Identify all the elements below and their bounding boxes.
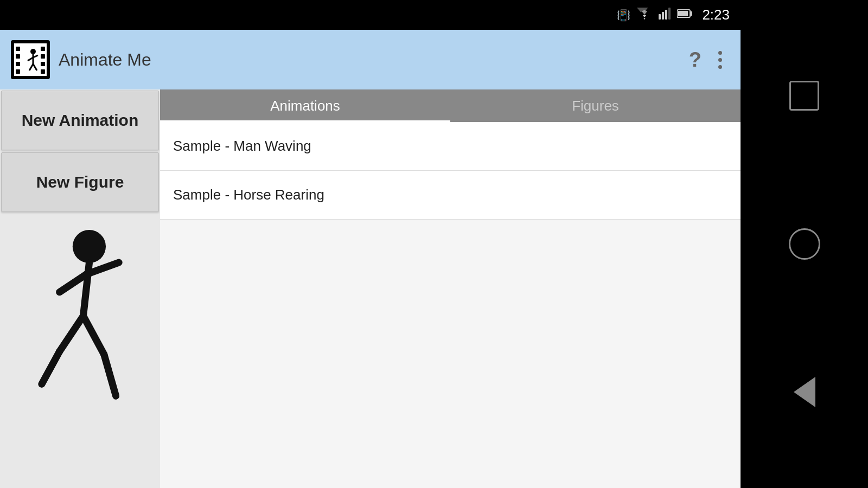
svg-rect-2	[665, 10, 667, 20]
battery-icon	[677, 9, 692, 21]
svg-rect-5	[690, 11, 692, 16]
back-nav-button[interactable]	[786, 373, 824, 411]
svg-rect-10	[16, 62, 20, 66]
signal-icon	[659, 8, 671, 22]
svg-line-29	[104, 355, 116, 396]
svg-line-26	[59, 316, 83, 352]
svg-rect-6	[678, 11, 688, 16]
svg-rect-3	[668, 8, 671, 20]
svg-point-22	[72, 230, 105, 263]
svg-rect-11	[16, 69, 20, 74]
tabs: Animations Figures	[160, 89, 741, 122]
menu-dot	[718, 65, 722, 69]
menu-button[interactable]	[711, 46, 730, 74]
back-arrow-icon	[794, 377, 815, 407]
svg-line-27	[41, 351, 59, 384]
status-time: 2:23	[702, 7, 730, 23]
svg-line-28	[83, 316, 104, 355]
main-area: Animations Figures Sample - Man Waving S…	[160, 89, 741, 488]
app-title: Animate Me	[59, 50, 679, 70]
svg-line-24	[59, 274, 86, 292]
menu-dot	[718, 58, 722, 62]
tab-animations[interactable]: Animations	[160, 89, 450, 122]
svg-rect-0	[659, 14, 661, 20]
list-area: Sample - Man Waving Sample - Horse Reari…	[160, 122, 741, 488]
circle-icon	[789, 228, 820, 260]
circle-nav-button[interactable]	[786, 225, 824, 263]
svg-point-16	[30, 49, 36, 54]
svg-rect-8	[16, 47, 20, 51]
stick-figure-illustration	[12, 224, 148, 414]
square-icon	[789, 81, 819, 111]
new-figure-button[interactable]: New Figure	[1, 152, 159, 212]
help-button[interactable]: ?	[679, 43, 711, 77]
sidebar: New Animation New Figure	[0, 89, 160, 488]
wifi-icon	[637, 8, 652, 22]
svg-rect-9	[16, 54, 20, 59]
new-animation-button[interactable]: New Animation	[1, 91, 159, 150]
list-item[interactable]: Sample - Horse Rearing	[160, 171, 741, 220]
svg-rect-1	[662, 12, 664, 20]
screen: 📳 2:23	[0, 0, 741, 488]
app-bar: Animate Me ?	[0, 30, 741, 89]
tab-figures[interactable]: Figures	[450, 89, 741, 122]
status-bar: 📳 2:23	[0, 0, 741, 30]
vibrate-icon: 📳	[617, 9, 630, 22]
svg-rect-15	[41, 69, 45, 74]
svg-rect-14	[41, 62, 45, 66]
list-item[interactable]: Sample - Man Waving	[160, 122, 741, 171]
svg-rect-12	[41, 47, 45, 51]
stick-figure-area	[0, 213, 160, 488]
app-icon	[11, 40, 50, 79]
nav-bar	[741, 0, 868, 488]
content: New Animation New Figure	[0, 89, 741, 488]
menu-dot	[718, 51, 722, 55]
svg-rect-13	[41, 54, 45, 59]
square-nav-button[interactable]	[786, 77, 824, 115]
